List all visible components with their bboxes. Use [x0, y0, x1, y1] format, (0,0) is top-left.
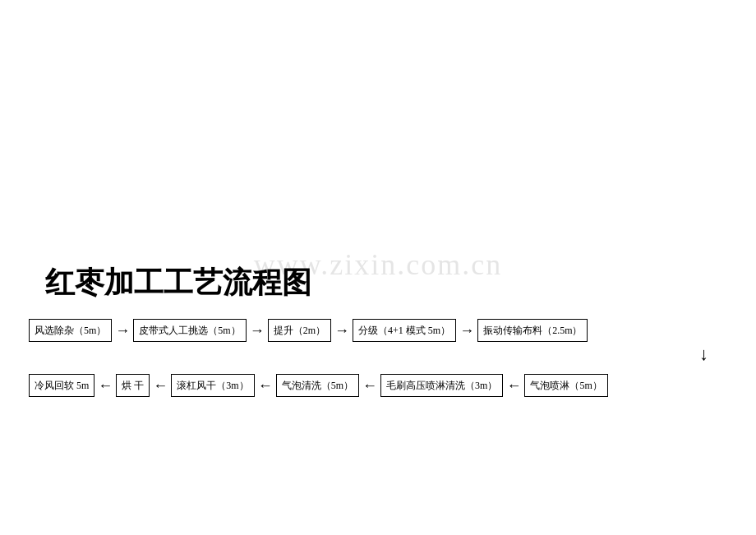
arrow-left-2: ← [153, 377, 168, 394]
flow-box-3: 提升（2m） [268, 319, 331, 342]
flow-row-1: 风选除杂（5m） → 皮带式人工挑选（5m） → 提升（2m） → 分级（4+1… [29, 319, 588, 342]
flow-box-r5: 烘 干 [116, 374, 150, 397]
arrow-right-2: → [250, 322, 265, 339]
arrow-left-4: ← [362, 377, 377, 394]
arrow-left-3: ← [258, 377, 273, 394]
arrow-left-1: ← [98, 377, 113, 394]
arrow-right-4: → [459, 322, 474, 339]
arrow-down: ↓ [699, 344, 708, 365]
arrow-left-5: ← [506, 377, 521, 394]
flow-box-5: 振动传输布料（2.5m） [477, 319, 588, 342]
arrow-right-3: → [334, 322, 349, 339]
flow-box-r4: 滚杠风干（3m） [171, 374, 254, 397]
flow-box-r1: 气泡喷淋（5m） [524, 374, 607, 397]
arrow-right-1: → [115, 322, 130, 339]
flow-row-2: 冷风回软 5m ← 烘 干 ← 滚杠风干（3m） ← 气泡清洗（5m） ← 毛刷… [29, 374, 608, 397]
main-content: 红枣加工工艺流程图 风选除杂（5m） → 皮带式人工挑选（5m） → 提升（2m… [0, 0, 756, 535]
flow-box-r3: 气泡清洗（5m） [276, 374, 359, 397]
flow-box-4: 分级（4+1 模式 5m） [353, 319, 456, 342]
flow-box-r2: 毛刷高压喷淋清洗（3m） [380, 374, 503, 397]
flow-box-2: 皮带式人工挑选（5m） [133, 319, 246, 342]
flow-box-r6: 冷风回软 5m [29, 374, 94, 397]
flow-box-1: 风选除杂（5m） [29, 319, 112, 342]
page-title: 红枣加工工艺流程图 [45, 263, 311, 303]
